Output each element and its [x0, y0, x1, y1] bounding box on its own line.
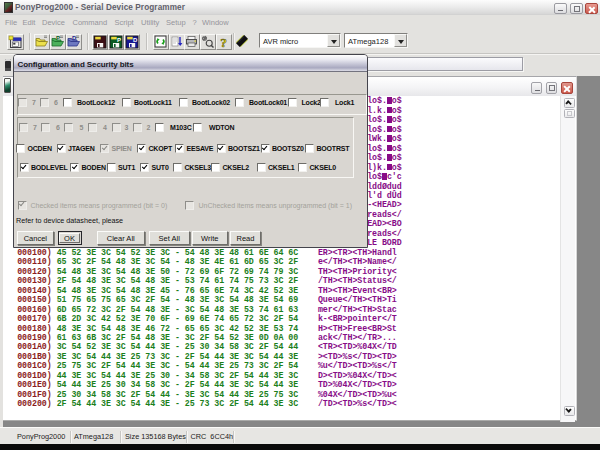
svg-text:D: D — [133, 37, 138, 43]
svg-text:?: ? — [220, 35, 227, 49]
svg-text:P: P — [56, 35, 60, 41]
svg-text:P: P — [117, 37, 121, 43]
svg-text:D: D — [72, 35, 77, 41]
